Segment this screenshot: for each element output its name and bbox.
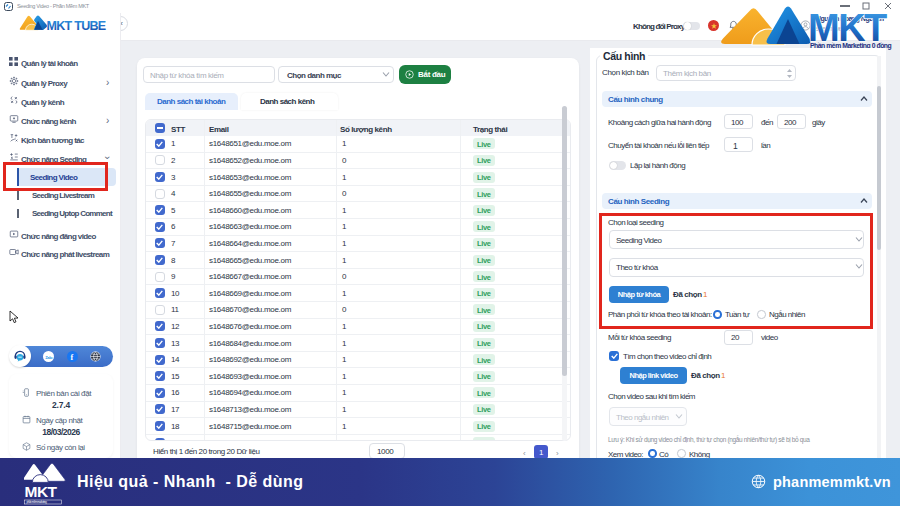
svg-text:MKT TUBE: MKT TUBE [47, 19, 106, 33]
svg-text:MKT: MKT [25, 483, 58, 500]
svg-text:phần mềm marketing: phần mềm marketing [27, 500, 48, 504]
